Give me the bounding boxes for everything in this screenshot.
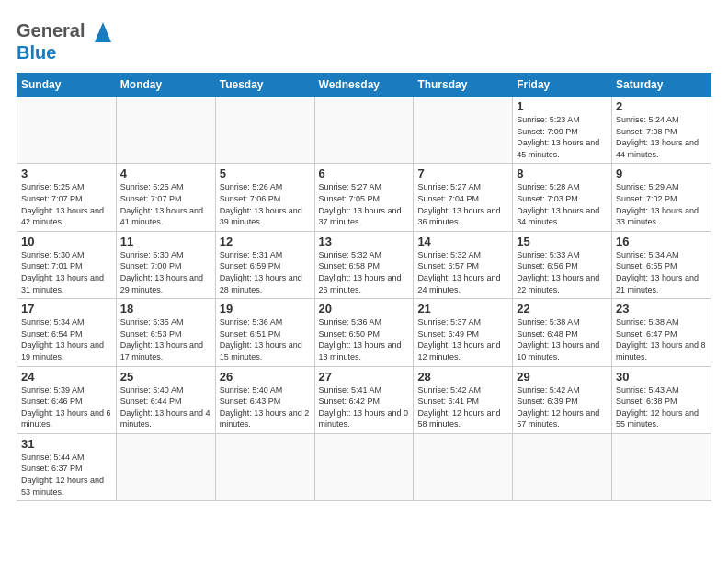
day-info: Sunrise: 5:36 AM Sunset: 6:50 PM Dayligh…: [319, 316, 410, 362]
calendar-week-row: 17Sunrise: 5:34 AM Sunset: 6:54 PM Dayli…: [17, 299, 711, 366]
day-number: 16: [616, 235, 707, 248]
calendar-day-cell: [116, 433, 215, 500]
calendar-day-cell: 13Sunrise: 5:32 AM Sunset: 6:58 PM Dayli…: [314, 231, 414, 298]
day-number: 22: [517, 302, 608, 316]
day-info: Sunrise: 5:33 AM Sunset: 6:56 PM Dayligh…: [517, 249, 608, 295]
weekday-header-thursday: Thursday: [414, 74, 513, 97]
calendar-day-cell: 28Sunrise: 5:42 AM Sunset: 6:41 PM Dayli…: [414, 366, 513, 433]
day-info: Sunrise: 5:34 AM Sunset: 6:55 PM Dayligh…: [616, 249, 707, 295]
day-info: Sunrise: 5:41 AM Sunset: 6:42 PM Dayligh…: [319, 385, 410, 431]
day-number: 14: [417, 235, 508, 248]
day-number: 25: [120, 370, 211, 384]
logo: General Blue: [17, 17, 119, 63]
calendar-week-row: 10Sunrise: 5:30 AM Sunset: 7:01 PM Dayli…: [17, 231, 711, 298]
day-number: 9: [616, 167, 707, 180]
day-info: Sunrise: 5:38 AM Sunset: 6:48 PM Dayligh…: [517, 316, 608, 362]
calendar-day-cell: 24Sunrise: 5:39 AM Sunset: 6:46 PM Dayli…: [17, 366, 117, 433]
calendar-day-cell: 7Sunrise: 5:27 AM Sunset: 7:04 PM Daylig…: [414, 164, 513, 231]
day-info: Sunrise: 5:27 AM Sunset: 7:04 PM Dayligh…: [417, 181, 508, 227]
calendar-day-cell: [215, 97, 314, 164]
weekday-header-friday: Friday: [513, 74, 612, 97]
calendar-day-cell: [215, 433, 314, 500]
day-info: Sunrise: 5:29 AM Sunset: 7:02 PM Dayligh…: [616, 181, 707, 227]
day-info: Sunrise: 5:34 AM Sunset: 6:54 PM Dayligh…: [21, 316, 112, 362]
calendar-day-cell: 14Sunrise: 5:32 AM Sunset: 6:57 PM Dayli…: [414, 231, 513, 298]
calendar-day-cell: 11Sunrise: 5:30 AM Sunset: 7:00 PM Dayli…: [116, 231, 215, 298]
day-info: Sunrise: 5:27 AM Sunset: 7:05 PM Dayligh…: [319, 181, 410, 227]
calendar-day-cell: 23Sunrise: 5:38 AM Sunset: 6:47 PM Dayli…: [612, 299, 711, 366]
day-number: 15: [517, 235, 608, 248]
calendar-day-cell: [314, 433, 414, 500]
day-info: Sunrise: 5:40 AM Sunset: 6:43 PM Dayligh…: [220, 385, 311, 431]
calendar-day-cell: 5Sunrise: 5:26 AM Sunset: 7:06 PM Daylig…: [215, 164, 314, 231]
day-number: 6: [319, 167, 410, 180]
weekday-header-row: SundayMondayTuesdayWednesdayThursdayFrid…: [17, 74, 711, 97]
calendar-week-row: 3Sunrise: 5:25 AM Sunset: 7:07 PM Daylig…: [17, 164, 711, 231]
day-info: Sunrise: 5:40 AM Sunset: 6:44 PM Dayligh…: [120, 385, 211, 431]
calendar-day-cell: [414, 97, 513, 164]
day-info: Sunrise: 5:35 AM Sunset: 6:53 PM Dayligh…: [120, 316, 211, 362]
calendar-day-cell: 22Sunrise: 5:38 AM Sunset: 6:48 PM Dayli…: [513, 299, 612, 366]
weekday-header-wednesday: Wednesday: [314, 74, 414, 97]
day-number: 23: [616, 302, 707, 316]
calendar-day-cell: 17Sunrise: 5:34 AM Sunset: 6:54 PM Dayli…: [17, 299, 117, 366]
calendar-day-cell: 4Sunrise: 5:25 AM Sunset: 7:07 PM Daylig…: [116, 164, 215, 231]
day-info: Sunrise: 5:25 AM Sunset: 7:07 PM Dayligh…: [120, 181, 211, 227]
logo-blue-text: Blue: [17, 42, 56, 63]
day-info: Sunrise: 5:26 AM Sunset: 7:06 PM Dayligh…: [220, 181, 311, 227]
day-number: 19: [220, 302, 311, 316]
day-info: Sunrise: 5:24 AM Sunset: 7:08 PM Dayligh…: [616, 114, 707, 160]
weekday-header-tuesday: Tuesday: [215, 74, 314, 97]
calendar-table: SundayMondayTuesdayWednesdayThursdayFrid…: [17, 73, 711, 501]
calendar-day-cell: 26Sunrise: 5:40 AM Sunset: 6:43 PM Dayli…: [215, 366, 314, 433]
day-info: Sunrise: 5:30 AM Sunset: 7:01 PM Dayligh…: [21, 249, 112, 295]
day-info: Sunrise: 5:37 AM Sunset: 6:49 PM Dayligh…: [417, 316, 508, 362]
calendar-day-cell: 1Sunrise: 5:23 AM Sunset: 7:09 PM Daylig…: [513, 97, 612, 164]
day-info: Sunrise: 5:42 AM Sunset: 6:41 PM Dayligh…: [417, 385, 508, 431]
day-number: 30: [616, 370, 707, 384]
calendar-day-cell: 12Sunrise: 5:31 AM Sunset: 6:59 PM Dayli…: [215, 231, 314, 298]
calendar-day-cell: 9Sunrise: 5:29 AM Sunset: 7:02 PM Daylig…: [612, 164, 711, 231]
calendar-day-cell: 20Sunrise: 5:36 AM Sunset: 6:50 PM Dayli…: [314, 299, 414, 366]
day-number: 10: [21, 235, 112, 248]
day-info: Sunrise: 5:28 AM Sunset: 7:03 PM Dayligh…: [517, 181, 608, 227]
day-number: 2: [616, 99, 707, 113]
header: General Blue: [17, 17, 711, 63]
day-number: 27: [319, 370, 410, 384]
calendar-day-cell: 3Sunrise: 5:25 AM Sunset: 7:07 PM Daylig…: [17, 164, 117, 231]
calendar-day-cell: 10Sunrise: 5:30 AM Sunset: 7:01 PM Dayli…: [17, 231, 117, 298]
day-number: 21: [417, 302, 508, 316]
day-number: 28: [417, 370, 508, 384]
day-info: Sunrise: 5:32 AM Sunset: 6:57 PM Dayligh…: [417, 249, 508, 295]
calendar-day-cell: 21Sunrise: 5:37 AM Sunset: 6:49 PM Dayli…: [414, 299, 513, 366]
calendar-day-cell: [17, 97, 117, 164]
day-number: 20: [319, 302, 410, 316]
day-info: Sunrise: 5:23 AM Sunset: 7:09 PM Dayligh…: [517, 114, 608, 160]
page: General Blue SundayMondayTuesdayWednesda…: [0, 0, 728, 563]
day-info: Sunrise: 5:42 AM Sunset: 6:39 PM Dayligh…: [517, 385, 608, 431]
calendar-day-cell: 6Sunrise: 5:27 AM Sunset: 7:05 PM Daylig…: [314, 164, 414, 231]
day-number: 8: [517, 167, 608, 180]
calendar-day-cell: [612, 433, 711, 500]
day-number: 18: [120, 302, 211, 316]
calendar-week-row: 1Sunrise: 5:23 AM Sunset: 7:09 PM Daylig…: [17, 97, 711, 164]
calendar-day-cell: [513, 433, 612, 500]
day-number: 13: [319, 235, 410, 248]
day-number: 3: [21, 167, 112, 180]
day-info: Sunrise: 5:36 AM Sunset: 6:51 PM Dayligh…: [220, 316, 311, 362]
svg-rect-1: [97, 34, 108, 42]
calendar-day-cell: 25Sunrise: 5:40 AM Sunset: 6:44 PM Dayli…: [116, 366, 215, 433]
day-number: 5: [220, 167, 311, 180]
calendar-day-cell: [314, 97, 414, 164]
calendar-day-cell: 27Sunrise: 5:41 AM Sunset: 6:42 PM Dayli…: [314, 366, 414, 433]
weekday-header-saturday: Saturday: [612, 74, 711, 97]
day-info: Sunrise: 5:39 AM Sunset: 6:46 PM Dayligh…: [21, 385, 112, 431]
calendar-week-row: 24Sunrise: 5:39 AM Sunset: 6:46 PM Dayli…: [17, 366, 711, 433]
day-number: 31: [21, 437, 112, 451]
calendar-day-cell: 30Sunrise: 5:43 AM Sunset: 6:38 PM Dayli…: [612, 366, 711, 433]
day-info: Sunrise: 5:44 AM Sunset: 6:37 PM Dayligh…: [21, 452, 112, 498]
day-number: 12: [220, 235, 311, 248]
day-number: 29: [517, 370, 608, 384]
logo-icon: [87, 17, 119, 44]
day-info: Sunrise: 5:43 AM Sunset: 6:38 PM Dayligh…: [616, 385, 707, 431]
